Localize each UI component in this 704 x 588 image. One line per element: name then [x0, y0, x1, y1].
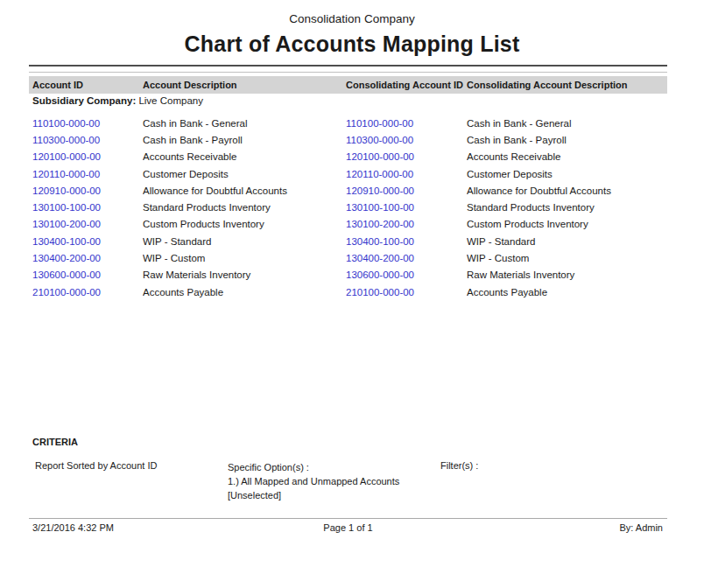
table-body: 110100-000-00 Cash in Bank - General 110…	[29, 115, 667, 300]
consolidating-account-description: WIP - Standard	[467, 236, 667, 247]
criteria-heading: CRITERIA	[29, 437, 667, 447]
consolidating-account-id-link[interactable]: 130400-200-00	[346, 253, 467, 263]
consolidating-account-description: Standard Products Inventory	[467, 202, 667, 213]
column-consolidating-account-id: Consolidating Account ID	[346, 80, 467, 90]
page-title: Chart of Accounts Mapping List	[0, 30, 704, 58]
column-account-description: Account Description	[143, 80, 346, 90]
account-description: WIP - Standard	[143, 236, 346, 247]
consolidating-account-id-link[interactable]: 130400-100-00	[346, 236, 467, 247]
consolidating-account-description: Custom Products Inventory	[467, 219, 667, 229]
specific-option-1: 1.) All Mapped and Unmapped Accounts	[228, 474, 399, 488]
table-row: 130400-200-00 WIP - Custom 130400-200-00…	[29, 249, 667, 266]
specific-option-2: [Unselected]	[228, 488, 399, 502]
consolidating-account-id-link[interactable]: 210100-000-00	[346, 287, 467, 298]
header-divider	[29, 65, 667, 73]
table-row: 120110-000-00 Customer Deposits 120110-0…	[29, 165, 667, 182]
account-id-link[interactable]: 110100-000-00	[32, 118, 143, 129]
account-description: Accounts Payable	[143, 287, 346, 298]
account-description: Cash in Bank - Payroll	[143, 135, 346, 145]
consolidating-account-description: Allowance for Doubtful Accounts	[467, 186, 667, 196]
account-description: Standard Products Inventory	[143, 202, 346, 213]
company-name: Consolidation Company	[0, 12, 704, 26]
consolidating-account-id-link[interactable]: 110300-000-00	[346, 135, 467, 145]
account-id-link[interactable]: 120910-000-00	[32, 186, 143, 196]
subsidiary-company-row: Subsidiary Company: Live Company	[29, 95, 667, 106]
table-column-header: Account ID Account Description Consolida…	[29, 76, 667, 94]
footer-author: By: Admin	[619, 522, 663, 533]
consolidating-account-id-link[interactable]: 130100-100-00	[346, 202, 467, 213]
consolidating-account-id-link[interactable]: 130600-000-00	[346, 270, 467, 280]
consolidating-account-id-link[interactable]: 120100-000-00	[346, 151, 467, 162]
subsidiary-company-label: Subsidiary Company:	[32, 95, 136, 106]
table-row: 130100-200-00 Custom Products Inventory …	[29, 216, 667, 233]
subsidiary-company-value: Live Company	[136, 95, 203, 106]
account-description: Customer Deposits	[143, 169, 346, 179]
table-row: 130100-100-00 Standard Products Inventor…	[29, 199, 667, 215]
specific-options-label: Specific Option(s) :	[228, 460, 399, 474]
account-description: Allowance for Doubtful Accounts	[143, 186, 346, 196]
account-id-link[interactable]: 130100-200-00	[32, 219, 143, 229]
account-id-link[interactable]: 210100-000-00	[32, 287, 143, 298]
consolidating-account-description: WIP - Custom	[467, 253, 667, 263]
consolidating-account-id-link[interactable]: 120110-000-00	[346, 169, 467, 179]
report-page: Consolidation Company Chart of Accounts …	[0, 0, 704, 588]
criteria-section: Report Sorted by Account ID Specific Opt…	[29, 460, 667, 513]
criteria-specific-options: Specific Option(s) : 1.) All Mapped and …	[228, 460, 399, 502]
account-id-link[interactable]: 130600-000-00	[32, 270, 143, 280]
account-id-link[interactable]: 130400-100-00	[32, 236, 143, 247]
consolidating-account-id-link[interactable]: 130100-200-00	[346, 219, 467, 229]
account-id-link[interactable]: 130400-200-00	[32, 253, 143, 263]
account-id-link[interactable]: 120100-000-00	[32, 151, 143, 162]
consolidating-account-id-link[interactable]: 110100-000-00	[346, 118, 467, 129]
account-description: Cash in Bank - General	[143, 118, 346, 129]
account-description: Accounts Receivable	[143, 151, 346, 162]
criteria-sort-text: Report Sorted by Account ID	[35, 460, 157, 471]
consolidating-account-description: Accounts Payable	[467, 287, 667, 298]
report-header: Consolidation Company Chart of Accounts …	[0, 12, 704, 58]
account-description: Raw Materials Inventory	[143, 270, 346, 280]
account-id-link[interactable]: 120110-000-00	[32, 169, 143, 179]
table-row: 110100-000-00 Cash in Bank - General 110…	[29, 115, 667, 131]
footer-divider	[29, 518, 667, 519]
consolidating-account-id-link[interactable]: 120910-000-00	[346, 186, 467, 196]
consolidating-account-description: Raw Materials Inventory	[467, 270, 667, 280]
consolidating-account-description: Cash in Bank - Payroll	[467, 135, 667, 145]
table-row: 130400-100-00 WIP - Standard 130400-100-…	[29, 233, 667, 249]
table-row: 110300-000-00 Cash in Bank - Payroll 110…	[29, 131, 667, 148]
account-id-link[interactable]: 110300-000-00	[32, 135, 143, 145]
consolidating-account-description: Accounts Receivable	[467, 151, 667, 162]
table-row: 120100-000-00 Accounts Receivable 120100…	[29, 149, 667, 165]
column-account-id: Account ID	[32, 80, 143, 90]
table-row: 130600-000-00 Raw Materials Inventory 13…	[29, 267, 667, 284]
filters-label: Filter(s) :	[440, 460, 478, 471]
consolidating-account-description: Cash in Bank - General	[467, 118, 667, 129]
report-footer: 3/21/2016 4:32 PM Page 1 of 1 By: Admin	[29, 522, 667, 535]
account-description: WIP - Custom	[143, 253, 346, 263]
table-row: 120910-000-00 Allowance for Doubtful Acc…	[29, 182, 667, 199]
account-description: Custom Products Inventory	[143, 219, 346, 229]
column-consolidating-account-description: Consolidating Account Description	[467, 80, 667, 90]
consolidating-account-description: Customer Deposits	[467, 169, 667, 179]
table-row: 210100-000-00 Accounts Payable 210100-00…	[29, 284, 667, 300]
footer-page-number: Page 1 of 1	[29, 522, 667, 533]
account-id-link[interactable]: 130100-100-00	[32, 202, 143, 213]
